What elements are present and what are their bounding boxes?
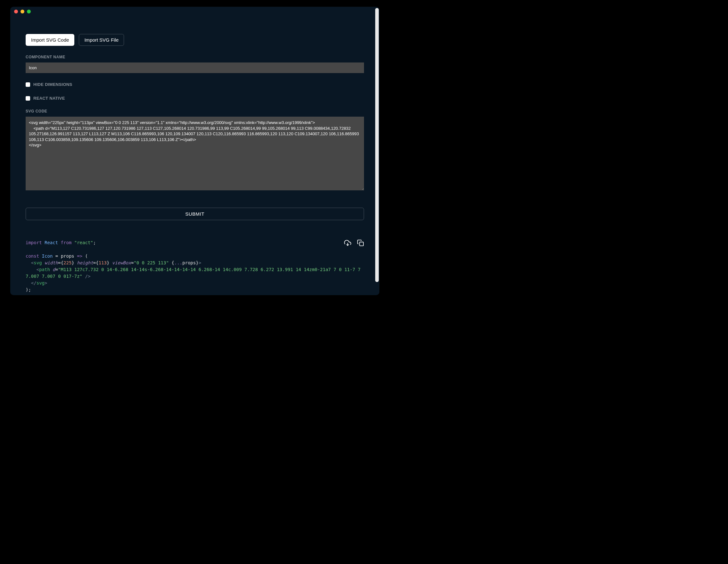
- code-actions: [344, 226, 364, 233]
- code-ident: Icon: [42, 253, 53, 259]
- svg-code-field: SVG CODE <svg width="225px" height="113p…: [26, 109, 364, 192]
- import-tabs: Import SVG Code Import SVG File: [26, 34, 364, 46]
- titlebar: [10, 7, 379, 16]
- component-name-field: COMPONENT NAME: [26, 55, 364, 73]
- submit-button[interactable]: SUBMIT: [26, 208, 364, 220]
- code-string: "M113 127c7.732 0 14-6.268 14-14s-6.268-…: [26, 267, 363, 279]
- code-punct: }: [107, 260, 109, 265]
- component-name-label: COMPONENT NAME: [26, 55, 364, 59]
- hide-dimensions-row: HIDE DIMENSIONS: [26, 82, 364, 87]
- code-keyword: from: [61, 240, 72, 245]
- code-keyword: import: [26, 240, 42, 245]
- content-area: Import SVG Code Import SVG File COMPONEN…: [10, 16, 379, 295]
- code-tag: />: [85, 274, 90, 279]
- code-tag: >: [45, 280, 47, 286]
- app-window: Import SVG Code Import SVG File COMPONEN…: [10, 7, 379, 295]
- code-number: 225: [63, 260, 71, 265]
- hide-dimensions-label: HIDE DIMENSIONS: [33, 82, 72, 87]
- code-arrow: =>: [77, 253, 82, 259]
- code-punct: {: [96, 260, 98, 265]
- component-name-input[interactable]: [26, 62, 364, 73]
- code-punct: =: [93, 260, 96, 265]
- react-native-label: REACT NATIVE: [33, 96, 65, 101]
- code-keyword: const: [26, 253, 39, 259]
- svg-code-textarea[interactable]: <svg width="225px" height="113px" viewBo…: [26, 117, 364, 190]
- code-tag: >: [199, 260, 201, 265]
- react-native-row: REACT NATIVE: [26, 96, 364, 101]
- code-punct: =: [55, 267, 58, 272]
- code-attr: d: [53, 267, 55, 272]
- minimize-window-button[interactable]: [21, 10, 24, 13]
- code-output: import React from "react"; const Icon = …: [26, 226, 364, 295]
- code-spread: ...: [174, 260, 182, 265]
- code-string: "0 0 225 113": [134, 260, 169, 265]
- download-icon[interactable]: [344, 226, 351, 233]
- code-tag: <: [37, 267, 39, 272]
- code-punct: ;: [93, 240, 96, 245]
- svg-rect-0: [360, 242, 363, 246]
- react-native-checkbox[interactable]: [26, 96, 30, 101]
- code-punct: );: [26, 287, 31, 292]
- code-tag-name: svg: [34, 260, 42, 265]
- code-tag-name: path: [39, 267, 50, 272]
- svg-code-label: SVG CODE: [26, 109, 364, 113]
- tab-import-svg-file[interactable]: Import SVG File: [79, 34, 124, 46]
- hide-dimensions-checkbox[interactable]: [26, 82, 30, 87]
- tab-import-svg-code[interactable]: Import SVG Code: [26, 34, 74, 46]
- code-tag-name: svg: [37, 280, 45, 286]
- code-punct: {: [171, 260, 174, 265]
- code-attr: width: [45, 260, 58, 265]
- code-punct: {: [61, 260, 63, 265]
- scrollbar[interactable]: [375, 8, 379, 282]
- code-ident: props: [182, 260, 196, 265]
- copy-icon[interactable]: [357, 226, 364, 233]
- code-ident: React: [45, 240, 58, 245]
- code-attr: viewBox: [112, 260, 131, 265]
- code-string: "react": [74, 240, 93, 245]
- code-punct: }: [196, 260, 198, 265]
- code-attr: height: [77, 260, 93, 265]
- code-ident: props: [61, 253, 74, 259]
- code-punct: (: [85, 253, 88, 259]
- code-punct: =: [58, 260, 61, 265]
- maximize-window-button[interactable]: [27, 10, 31, 13]
- code-tag: </: [31, 280, 37, 286]
- code-punct: }: [71, 260, 74, 265]
- code-number: 113: [99, 260, 107, 265]
- code-punct: =: [55, 253, 58, 259]
- close-window-button[interactable]: [14, 10, 18, 13]
